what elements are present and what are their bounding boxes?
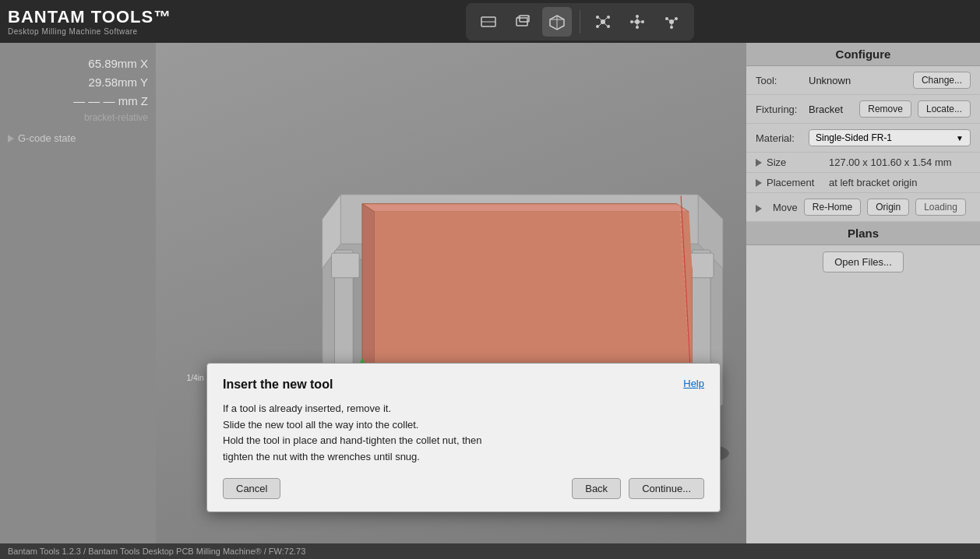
x-coordinate: 65.89mm X — [8, 54, 148, 73]
svg-point-22 — [636, 26, 639, 29]
network1-button[interactable] — [588, 7, 618, 37]
svg-line-16 — [599, 23, 601, 26]
plans-title: Plans — [746, 222, 980, 245]
change-tool-button[interactable]: Change... — [913, 72, 971, 89]
svg-point-18 — [635, 19, 640, 24]
svg-line-32 — [673, 19, 675, 21]
svg-line-31 — [668, 19, 670, 21]
configure-title: Configure — [746, 43, 980, 66]
network2-button[interactable] — [622, 7, 652, 37]
svg-line-15 — [605, 18, 607, 20]
dialog-header: Insert the new tool Help — [223, 378, 704, 392]
logo-area: BANTAM TOOLS™ Desktop Milling Machine So… — [8, 7, 171, 36]
3d-view-button[interactable] — [508, 7, 538, 37]
material-dropdown-icon: ▼ — [956, 134, 964, 142]
placement-row: Placement at left bracket origin — [746, 173, 980, 193]
svg-point-12 — [596, 25, 599, 28]
cancel-button[interactable]: Cancel — [223, 478, 280, 499]
svg-point-27 — [669, 19, 674, 24]
svg-line-14 — [599, 18, 601, 20]
origin-button[interactable]: Origin — [867, 199, 909, 216]
z-coordinate: — — — mm Z — [8, 92, 148, 111]
dialog-line4: tighten the nut with the wrenches until … — [223, 449, 704, 466]
svg-point-20 — [641, 20, 644, 23]
open-files-button[interactable]: Open Files... — [823, 251, 904, 272]
fixturing-label: Fixturing: — [756, 104, 802, 115]
svg-point-11 — [607, 16, 610, 19]
material-value: Single-Sided FR-1 — [816, 132, 892, 143]
dialog-footer: Cancel Back Continue... — [223, 478, 704, 499]
dialog-line2: Slide the new tool all the way into the … — [223, 417, 704, 434]
dialog-body: If a tool is already inserted, remove it… — [223, 401, 704, 466]
iso-view-button[interactable] — [542, 7, 572, 37]
gcode-state-toggle[interactable]: G-code state — [8, 132, 148, 144]
locate-button[interactable]: Locate... — [918, 100, 971, 118]
left-panel: 65.89mm X 29.58mm Y — — — mm Z bracket-r… — [0, 43, 156, 543]
svg-point-21 — [636, 15, 639, 18]
size-expand-icon[interactable] — [756, 159, 762, 167]
gcode-state-label: G-code state — [18, 132, 76, 144]
svg-point-13 — [607, 25, 610, 28]
network3-button[interactable] — [657, 7, 686, 37]
2d-view-button[interactable] — [474, 7, 503, 37]
svg-point-29 — [675, 17, 678, 20]
move-row: Move Re-Home Origin Loading — [746, 193, 980, 222]
app-subtitle: Desktop Milling Machine Software — [8, 27, 171, 36]
back-button[interactable]: Back — [572, 478, 621, 499]
move-expand-icon[interactable] — [756, 205, 762, 213]
continue-button[interactable]: Continue... — [629, 478, 704, 499]
tool-row: Tool: Unknown Change... — [746, 66, 980, 95]
gcode-expand-icon — [8, 135, 14, 142]
svg-point-28 — [665, 17, 668, 20]
insert-tool-dialog: Insert the new tool Help If a tool is al… — [206, 363, 721, 512]
coord-reference: bracket-relative — [8, 112, 148, 123]
svg-line-17 — [605, 23, 607, 26]
placement-expand-icon[interactable] — [756, 179, 762, 187]
material-label: Material: — [756, 132, 802, 144]
toolbar-divider — [580, 10, 580, 33]
app-title: BANTAM TOOLS™ — [8, 7, 171, 27]
size-value: 127.00 x 101.60 x 1.54 mm — [829, 156, 952, 168]
toolbar — [466, 3, 694, 40]
plans-section: Open Files... — [746, 245, 980, 279]
status-bar: Bantam Tools 1.2.3 / Bantam Tools Deskto… — [0, 543, 980, 559]
placement-label: Placement — [767, 177, 829, 188]
top-bar: BANTAM TOOLS™ Desktop Milling Machine So… — [0, 0, 980, 43]
placement-value: at left bracket origin — [829, 177, 917, 188]
dialog-title: Insert the new tool — [223, 378, 333, 392]
dialog-line1: If a tool is already inserted, remove it… — [223, 401, 704, 417]
fixturing-value: Bracket — [809, 104, 853, 115]
material-select[interactable]: Single-Sided FR-1 ▼ — [809, 129, 971, 146]
tool-value: Unknown — [809, 75, 907, 86]
size-row: Size 127.00 x 101.60 x 1.54 mm — [746, 153, 980, 173]
right-panel: Configure Tool: Unknown Change... Fixtur… — [746, 43, 980, 543]
size-label: Size — [767, 156, 829, 168]
y-coordinate: 29.58mm Y — [8, 73, 148, 92]
remove-fixturing-button[interactable]: Remove — [859, 100, 911, 118]
help-link[interactable]: Help — [683, 378, 704, 389]
svg-point-30 — [670, 26, 673, 29]
loading-button[interactable]: Loading — [915, 199, 966, 216]
fixturing-row: Fixturing: Bracket Remove Locate... — [746, 95, 980, 124]
rehome-button[interactable]: Re-Home — [804, 199, 861, 216]
move-label: Move — [773, 202, 798, 213]
dialog-line3: Hold the tool in place and hand-tighten … — [223, 433, 704, 449]
status-text: Bantam Tools 1.2.3 / Bantam Tools Deskto… — [8, 547, 305, 556]
svg-point-19 — [630, 20, 633, 23]
svg-rect-39 — [332, 253, 360, 278]
material-row: Material: Single-Sided FR-1 ▼ — [746, 124, 980, 153]
tool-label: Tool: — [756, 75, 802, 86]
svg-point-10 — [596, 16, 599, 19]
